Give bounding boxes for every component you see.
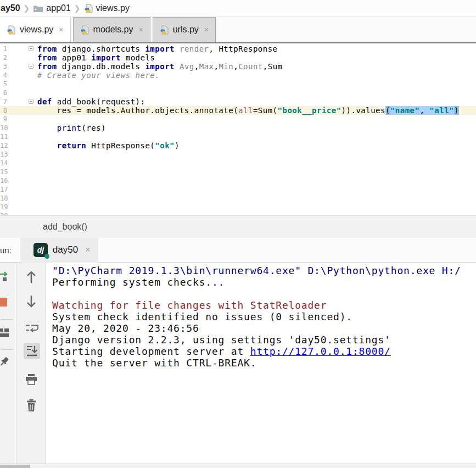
close-icon[interactable]: × [204,25,209,34]
breadcrumb-label: app01 [46,3,71,13]
line-number: 5 [0,80,7,88]
gutter-row: 4 [0,71,35,80]
line-number: 16 [0,176,7,185]
python-file-icon [84,4,93,13]
code-line: return HttpResponse("ok") [0,141,476,150]
code-editor[interactable]: from django.shortcuts import render, Htt… [0,44,476,215]
divider [1,349,13,350]
chevron-right-icon: ❯ [24,4,30,13]
rerun-icon[interactable] [0,270,10,282]
tab-label: urls.py [173,25,199,35]
gutter-row: 19 [0,203,35,211]
code-line [0,176,476,185]
fold-marker-icon[interactable] [29,46,33,51]
gutter-row: 20 [0,211,35,215]
console-line: Starting development server at http://12… [52,346,476,357]
line-number: 12 [0,141,7,150]
clear-all-icon[interactable] [26,399,37,412]
line-number: 19 [0,203,7,211]
arrow-up-icon[interactable] [25,270,38,284]
console-line [52,288,476,299]
code-line [0,132,476,141]
breadcrumb-item-views-py[interactable]: views.py [84,3,130,13]
folder-icon [33,4,43,13]
code-line [0,159,476,168]
close-icon[interactable]: × [138,25,143,34]
close-icon[interactable]: × [59,25,63,34]
console-line: Performing system checks... [52,276,476,288]
run-toolbar-left [0,263,16,464]
code-line: from django.shortcuts import render, Htt… [0,44,476,53]
code-line [0,194,476,203]
run-console-area: "D:\PyCharm 2019.1.3\bin\runnerw64.exe" … [0,263,476,464]
line-number: 2 [0,53,7,62]
line-number: 14 [0,159,7,168]
server-url-link[interactable]: http://127.0.0.1:8000/ [250,346,391,357]
line-number: 18 [0,194,7,203]
arrow-down-icon[interactable] [25,294,38,309]
close-icon[interactable]: × [85,245,90,255]
editor-tab-bar: views.py × models.py × urls.py × [0,17,476,43]
pin-tab-icon[interactable] [0,356,10,368]
horizontal-scrollbar[interactable] [0,465,30,468]
restore-layout-icon[interactable] [0,327,10,338]
gutter-row: 2 [0,53,35,62]
run-toolwindow-bar: un: dj day50 × [0,238,476,263]
code-line: def add_book(request): [0,97,476,106]
console-line: May 20, 2020 - 23:46:56 [52,322,476,334]
stop-icon[interactable] [0,298,7,307]
line-number: 15 [0,168,7,176]
code-line: print(res) [0,124,476,132]
divider [1,319,13,320]
fold-marker-icon[interactable] [29,99,33,104]
scroll-to-end-icon[interactable] [24,343,40,359]
breadcrumb-label: views.py [96,3,130,13]
gutter-row: 5 [0,80,35,88]
run-tab-label: day50 [53,244,78,255]
console-line: Django version 2.2.3, using settings 'da… [52,334,476,346]
context-bar: add_book() [0,215,476,238]
python-file-icon [160,25,169,35]
gutter-row: 16 [0,176,35,185]
line-number: 1 [0,44,7,53]
breadcrumb-item-day50[interactable]: ay50 [0,3,20,13]
fold-marker-icon[interactable] [29,64,33,69]
line-number: 7 [0,97,7,106]
console-line: Quit the server with CTRL-BREAK. [52,357,476,369]
tab-urls-py[interactable]: urls.py × [153,17,216,42]
print-icon[interactable] [25,374,38,386]
gutter-row: 15 [0,168,35,176]
line-number: 10 [0,124,7,132]
run-label: un: [0,246,12,255]
gutter-row: 18 [0,194,35,203]
line-number: 6 [0,88,7,97]
gutter-row: 13 [0,150,35,159]
code-line [0,211,476,215]
code-line: # Create your views here. [0,71,476,80]
code-line: from app01 import models [0,53,476,62]
tab-label: views.py [20,25,53,35]
tab-views-py[interactable]: views.py × [0,17,71,42]
tab-models-py[interactable]: models.py × [73,17,150,42]
current-function-label[interactable]: add_book() [43,222,87,232]
gutter-row: 7 [0,97,35,106]
code-line [0,150,476,159]
console-output[interactable]: "D:\PyCharm 2019.1.3\bin\runnerw64.exe" … [47,263,476,464]
code-line: res = models.Author.objects.annotate(all… [0,106,476,115]
gutter-row: 10 [0,124,35,132]
editor-gutter[interactable]: 1234567891011121314151617181920 [0,44,35,215]
line-number: 20 [0,211,7,215]
code-lines: from django.shortcuts import render, Htt… [0,44,476,215]
soft-wrap-icon[interactable] [25,323,39,334]
code-line [0,115,476,124]
gutter-row: 12 [0,141,35,150]
gutter-row: 3 [0,62,35,71]
python-file-icon [80,25,89,35]
line-number: 11 [0,132,7,141]
code-line [0,88,476,97]
code-line: from django.db.models import Avg,Max,Min… [0,62,476,71]
run-tab-day50[interactable]: dj day50 × [20,238,98,263]
console-line: System check identified no issues (0 sil… [52,311,476,322]
horizontal-scrollbar-track [0,464,476,468]
breadcrumb-item-app01[interactable]: app01 [33,3,71,13]
